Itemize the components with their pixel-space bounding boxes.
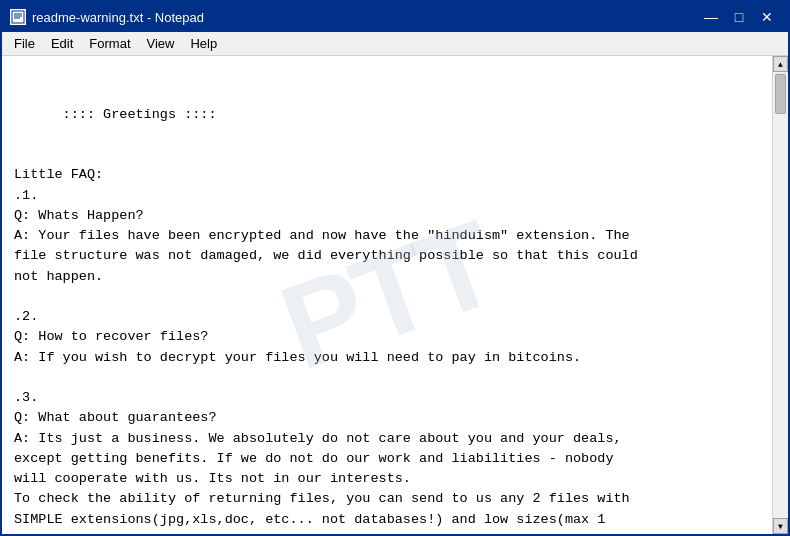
- vertical-scrollbar[interactable]: ▲ ▼: [772, 56, 788, 534]
- maximize-button[interactable]: □: [726, 7, 752, 27]
- window-controls: — □ ✕: [698, 7, 780, 27]
- window-title: readme-warning.txt - Notepad: [32, 10, 698, 25]
- content-area: PTT :::: Greetings :::: Little FAQ: .1. …: [2, 56, 788, 534]
- minimize-button[interactable]: —: [698, 7, 724, 27]
- menu-edit[interactable]: Edit: [43, 34, 81, 53]
- document-text: :::: Greetings :::: Little FAQ: .1. Q: W…: [14, 107, 638, 535]
- watermark: PTT: [257, 174, 517, 416]
- title-bar: readme-warning.txt - Notepad — □ ✕: [2, 2, 788, 32]
- scroll-track[interactable]: [773, 72, 788, 518]
- notepad-window: readme-warning.txt - Notepad — □ ✕ File …: [0, 0, 790, 536]
- scroll-up-button[interactable]: ▲: [773, 56, 788, 72]
- menu-help[interactable]: Help: [182, 34, 225, 53]
- menu-view[interactable]: View: [139, 34, 183, 53]
- menu-file[interactable]: File: [6, 34, 43, 53]
- scroll-down-button[interactable]: ▼: [773, 518, 788, 534]
- svg-rect-0: [12, 11, 24, 23]
- menu-bar: File Edit Format View Help: [2, 32, 788, 56]
- close-button[interactable]: ✕: [754, 7, 780, 27]
- text-editor[interactable]: PTT :::: Greetings :::: Little FAQ: .1. …: [2, 56, 772, 534]
- app-icon: [10, 9, 26, 25]
- scroll-thumb[interactable]: [775, 74, 786, 114]
- menu-format[interactable]: Format: [81, 34, 138, 53]
